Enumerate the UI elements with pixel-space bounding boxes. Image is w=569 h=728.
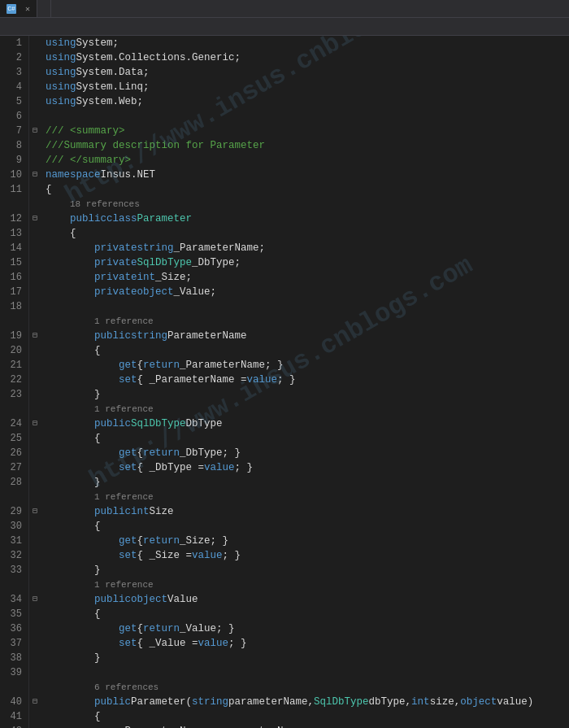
collapse-icon [29,373,41,387]
collapse-icon [29,153,41,168]
code-line: public SqlDbType DbType [46,416,569,431]
line-number: 6 [4,109,22,124]
token-ref-note: 6 references [94,680,159,695]
code-line [46,299,569,314]
code-line: } [46,651,569,665]
line-number: 20 [4,343,22,358]
token-plain: System.Collections.Generic; [76,50,241,65]
token-kw: set [119,636,137,651]
line-number: 29 [4,504,22,519]
code-line: get { return _DbType; } [46,446,569,460]
line-number: 42 [4,724,22,728]
line-number: 41 [4,709,22,724]
token-kw: private [94,241,137,255]
token-plain: _ParameterName; [174,241,266,255]
token-plain: _DbType; } [180,446,241,460]
token-plain: { [94,343,101,358]
collapse-icon[interactable]: ⊟ [29,504,41,519]
token-plain: _ParameterName; } [180,358,284,373]
code-line: private SqlDbType _DbType; [46,255,569,270]
token-kw: class [106,211,137,226]
token-plain: } [94,563,101,578]
code-line: { [46,607,569,621]
collapse-icon[interactable]: ⊟ [29,168,41,182]
token-kw: private [94,270,137,285]
token-plain: _Size; } [180,534,228,548]
line-number: 7 [4,124,22,138]
cs-file-icon: C# [7,4,16,14]
token-kw: int [137,270,156,285]
code-line: /// </summary> [46,153,569,168]
token-kw: public [94,504,131,519]
token-type: SqlDbType [314,695,369,709]
line-number: 9 [4,153,22,168]
line-number: 12 [4,211,22,226]
token-kw: object [131,592,167,607]
token-ref-note: 18 references [70,197,140,211]
code-line: set { _ParameterName = value; } [46,373,569,387]
code-line: set { _DbType = value; } [46,460,569,475]
line-number: 35 [4,607,22,621]
collapse-icon [29,519,41,534]
collapse-icon[interactable]: ⊟ [29,329,41,343]
code-line: set { _Value = value; } [46,636,569,651]
line-number: 40 [4,695,22,709]
token-plain: dbType, [369,695,412,709]
code-line: { [46,182,569,197]
collapse-icon [29,534,41,548]
line-number [4,490,22,504]
token-kw: namespace [46,168,101,182]
collapse-icon[interactable]: ⊟ [29,211,41,226]
token-plain: size, [430,695,461,709]
token-comment: /// [46,138,64,153]
token-kw: return [143,534,180,548]
collapse-icon [29,197,41,211]
token-ref-note: 1 reference [94,314,154,329]
code-line: /// <summary> [46,124,569,138]
collapse-icon[interactable]: ⊟ [29,416,41,431]
line-number: 15 [4,255,22,270]
token-kw: value [204,460,235,475]
collapse-icon [29,578,41,592]
token-kw: int [411,695,430,709]
token-plain: ; } [223,548,241,563]
token-kw: return [143,446,180,460]
code-line: } [46,563,569,578]
line-number: 22 [4,373,22,387]
code-line [46,109,569,124]
line-number [4,578,22,592]
token-plain: { [94,431,101,446]
line-number: 16 [4,270,22,285]
token-kw: value [198,636,229,651]
collapse-icon [29,241,41,255]
line-number: 30 [4,519,22,534]
collapse-icon [29,724,41,728]
close-icon[interactable]: ✕ [25,4,30,14]
collapse-icon[interactable]: ⊟ [29,592,41,607]
line-number: 33 [4,563,22,578]
token-plain: { [94,709,101,724]
tab-parameter-cs[interactable]: C# ✕ [0,0,37,17]
token-comment: Summary description for Parameter [64,138,266,153]
line-number: 1 [4,36,22,50]
collapse-icon [29,109,41,124]
code-line: public object Value [46,592,569,607]
code-line: 1 reference [46,402,569,416]
line-number: 14 [4,241,22,255]
tab-start-page[interactable] [37,0,51,17]
token-plain: _Value; } [180,621,235,636]
code-line: public Parameter(string parameterName, S… [46,695,569,709]
token-kw: using [46,65,76,80]
code-line [46,665,569,680]
collapse-icon[interactable]: ⊟ [29,124,41,138]
collapse-icon[interactable]: ⊟ [29,695,41,709]
collapse-icon [29,563,41,578]
token-plain: { _Value = [137,636,198,651]
collapse-icon [29,255,41,270]
token-kw: get [119,621,137,636]
collapse-icon [29,475,41,490]
line-number: 23 [4,387,22,402]
token-plain: _DbType; [192,255,241,270]
line-number [4,314,22,329]
line-number: 26 [4,446,22,460]
